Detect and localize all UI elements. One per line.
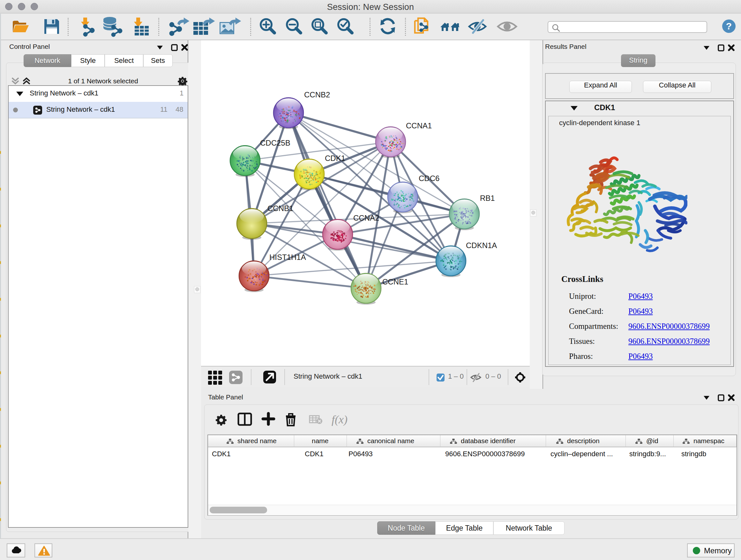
svg-text:CDK1: CDK1	[325, 154, 345, 163]
svg-text:CCNA1: CCNA1	[406, 121, 432, 130]
svg-text:RB1: RB1	[480, 194, 495, 202]
svg-text:?: ?	[726, 21, 732, 31]
svg-text:CCNB2: CCNB2	[304, 90, 330, 99]
svg-text:CDKN1A: CDKN1A	[466, 241, 497, 250]
svg-text:HIST1H1A: HIST1H1A	[269, 253, 306, 261]
svg-text:f(x): f(x)	[332, 413, 347, 426]
svg-text:CCNA2: CCNA2	[353, 213, 379, 222]
svg-text:CCNB1: CCNB1	[267, 204, 293, 212]
svg-text:CCNE1: CCNE1	[382, 277, 408, 286]
svg-text:CDC25B: CDC25B	[260, 138, 290, 147]
svg-text:CDC6: CDC6	[419, 174, 440, 183]
